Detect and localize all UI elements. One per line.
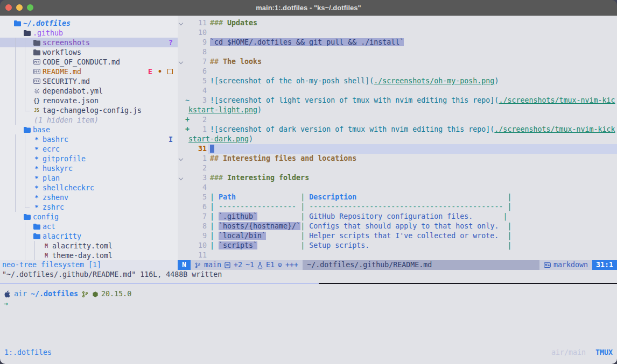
zoom-button[interactable] bbox=[27, 4, 33, 11]
tree-item-plan[interactable]: *plan bbox=[0, 173, 178, 183]
terminal-content: ~/.dotfiles.githubscreenshots?workflowsC… bbox=[0, 16, 617, 364]
git-sign-column bbox=[185, 183, 191, 192]
line-number: 9 bbox=[191, 38, 207, 47]
fold-chevron-icon[interactable] bbox=[178, 173, 185, 183]
tree-item-screenshots[interactable]: screenshots? bbox=[0, 38, 178, 47]
star-icon: * bbox=[32, 134, 41, 144]
editor-cursor-line[interactable]: 31 bbox=[178, 144, 617, 154]
tree-item-renovate-json[interactable]: {}renovate.json bbox=[0, 96, 178, 105]
tree-item-workflows[interactable]: workflows bbox=[0, 47, 178, 57]
tree-item-theme-day-toml[interactable]: Mtheme-day.toml bbox=[0, 251, 178, 260]
fold-chevron-icon[interactable] bbox=[178, 57, 185, 67]
editor-line[interactable]: 11### Updates bbox=[178, 18, 617, 28]
tree-item-label: bashrc bbox=[43, 135, 68, 144]
git-sign-column bbox=[185, 222, 191, 231]
indent-guide bbox=[13, 173, 23, 183]
fold-chevron-icon[interactable] bbox=[178, 18, 185, 28]
tree-item-zshenv[interactable]: *zshenv bbox=[0, 192, 178, 202]
tree-item-bashrc[interactable]: *bashrcI bbox=[0, 134, 178, 144]
tree-item-config[interactable]: config bbox=[0, 212, 178, 222]
tree-item-label: ~/.dotfiles bbox=[23, 19, 71, 27]
indent-guide bbox=[13, 212, 23, 222]
editor-line[interactable]: 11 bbox=[178, 251, 617, 260]
editor-line[interactable]: 2 bbox=[178, 163, 617, 173]
close-button[interactable] bbox=[5, 4, 12, 11]
editor-line[interactable]: +2 bbox=[178, 115, 617, 125]
fold-chevron-icon[interactable] bbox=[178, 154, 185, 163]
indent-guide bbox=[13, 67, 23, 76]
editor-line[interactable]: 5![screenshot of the oh-my-posh shell](.… bbox=[178, 76, 617, 86]
git-sign-column bbox=[185, 251, 191, 260]
shell-pane[interactable]: air ~/.dotfiles 20.15.0 bbox=[0, 284, 617, 364]
fold-column bbox=[178, 202, 185, 212]
tree-item-act[interactable]: act bbox=[0, 222, 178, 231]
toml-icon: M bbox=[42, 241, 51, 251]
editor-line[interactable]: 8 bbox=[178, 47, 617, 57]
tree-item-code-of-conduct-md[interactable]: CODE_OF_CONDUCT.md bbox=[0, 57, 178, 67]
editor-text: start-dark.png) bbox=[186, 134, 617, 144]
editor-line[interactable]: +1![screenshot of dark version of tmux w… bbox=[178, 125, 617, 134]
shell-input-line[interactable]: → bbox=[0, 299, 617, 309]
editor-line[interactable]: 3### Interesting folders bbox=[178, 173, 617, 183]
tree-item-readme-md[interactable]: README.mdE• bbox=[0, 67, 178, 76]
editor-text bbox=[208, 163, 617, 173]
indent-guide bbox=[23, 241, 32, 251]
tree-item-security-md[interactable]: SECURITY.md bbox=[0, 76, 178, 86]
fold-column bbox=[178, 144, 185, 154]
editor-line[interactable]: ~3![screenshot of light version of tmux … bbox=[178, 96, 617, 105]
markdown-file-icon bbox=[32, 67, 41, 76]
star-icon: * bbox=[32, 154, 41, 163]
indent-guide bbox=[13, 202, 23, 212]
editor-text: ![screenshot of light version of tmux wi… bbox=[208, 96, 617, 105]
tree-item--dotfiles[interactable]: ~/.dotfiles bbox=[0, 18, 178, 28]
git-diff-changed: ~1 bbox=[246, 260, 254, 270]
tree-item-alacritty-toml[interactable]: Malacritty.toml bbox=[0, 241, 178, 251]
titlebar[interactable]: main:1:.dotfiles - "ks~/.dotfiles" bbox=[0, 0, 617, 16]
tmux-status-bar: 1:.dotfiles air/main TMUX bbox=[0, 347, 617, 364]
tree-item--1-hidden-item-[interactable]: (1 hidden item) bbox=[0, 115, 178, 125]
vim-message-line: "~/.dotfiles/.github/README.md" 116L, 44… bbox=[0, 270, 617, 280]
editor-line[interactable]: 5| Path | Description | bbox=[178, 192, 617, 202]
editor-line[interactable]: 7## The looks bbox=[178, 57, 617, 67]
editor-line[interactable]: 9| `local/bin` | Helper scripts that I'v… bbox=[178, 231, 617, 241]
editor-line[interactable]: kstart-light.png) bbox=[178, 105, 617, 115]
tree-item-dependabot-yml[interactable]: dependabot.yml bbox=[0, 86, 178, 96]
apple-icon bbox=[4, 290, 10, 298]
editor-line[interactable]: 10 bbox=[178, 28, 617, 38]
folder-icon bbox=[23, 28, 31, 38]
indent-guide bbox=[13, 38, 23, 47]
line-number: 5 bbox=[191, 76, 207, 86]
editor-line[interactable]: 9`cd $HOME/.dotfiles && git pull && ./in… bbox=[178, 38, 617, 47]
fold-column bbox=[178, 231, 185, 241]
editor-line[interactable]: 6 bbox=[178, 67, 617, 76]
tree-item-huskyrc[interactable]: *huskyrc bbox=[0, 163, 178, 173]
editor-line[interactable]: start-dark.png) bbox=[178, 134, 617, 144]
editor-line[interactable]: 7| `.github` | GitHub Repository configu… bbox=[178, 212, 617, 222]
indent-guide bbox=[23, 96, 32, 105]
indent-guide bbox=[23, 202, 32, 212]
tree-item-zshrc[interactable]: *zshrc bbox=[0, 202, 178, 212]
tree-item-ecrc[interactable]: *ecrc bbox=[0, 144, 178, 154]
editor-line[interactable]: 1## Interesting files and locations bbox=[178, 154, 617, 163]
editor-line[interactable]: 4 bbox=[178, 183, 617, 192]
tree-item-tag-changelog-config-js[interactable]: JStag-changelog-config.js bbox=[0, 105, 178, 115]
minimize-button[interactable] bbox=[16, 4, 23, 11]
tree-item-base[interactable]: base bbox=[0, 125, 178, 134]
line-number: 2 bbox=[191, 163, 207, 173]
tree-item--github[interactable]: .github bbox=[0, 28, 178, 38]
tree-item-shellcheckrc[interactable]: *shellcheckrc bbox=[0, 183, 178, 192]
tree-item-gitprofile[interactable]: *gitprofile bbox=[0, 154, 178, 163]
editor-text bbox=[208, 86, 617, 96]
editor-line[interactable]: 4 bbox=[178, 86, 617, 96]
editor-text: ![screenshot of the oh-my-posh shell](./… bbox=[208, 76, 617, 86]
tree-item-alacritty[interactable]: alacritty bbox=[0, 231, 178, 241]
editor-text bbox=[208, 67, 617, 76]
indent-guide bbox=[23, 163, 32, 173]
tmux-window-item[interactable]: 1:.dotfiles bbox=[4, 347, 52, 358]
editor-line[interactable]: 10| `scripts` | Setup scripts. | bbox=[178, 241, 617, 251]
editor-line[interactable]: 8| `hosts/{hostname}/`| Configs that sho… bbox=[178, 222, 617, 231]
fold-column bbox=[178, 251, 185, 260]
editor-line[interactable]: 6| ------------------ | ----------------… bbox=[178, 202, 617, 212]
git-sign-column bbox=[185, 18, 191, 28]
fold-column bbox=[178, 38, 185, 47]
